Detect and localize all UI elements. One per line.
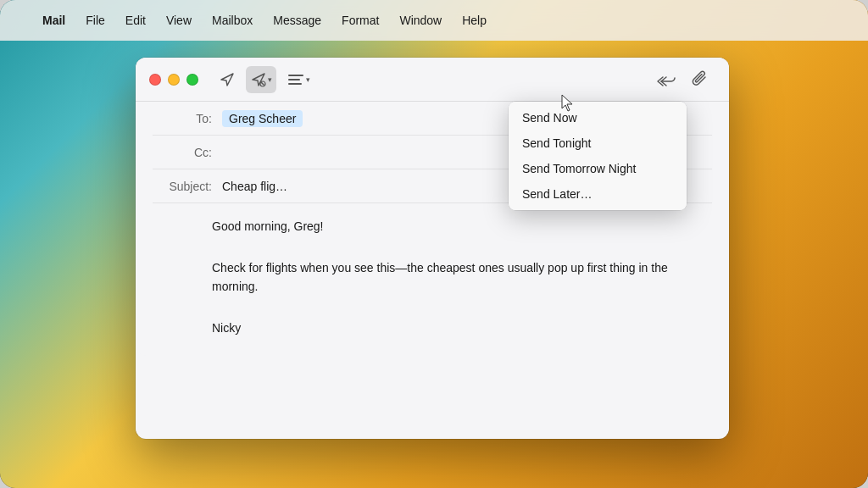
- cc-label: Cc:: [153, 146, 212, 159]
- compose-body[interactable]: Good morning, Greg! Check for flights wh…: [136, 203, 729, 356]
- reply-all-icon: [656, 71, 676, 88]
- send-later-icon: [250, 71, 267, 88]
- menubar-edit[interactable]: Edit: [117, 10, 154, 30]
- menubar-file[interactable]: File: [77, 10, 114, 30]
- body-line-1: Good morning, Greg!: [212, 217, 712, 236]
- apple-menu[interactable]: [14, 17, 31, 24]
- menubar-app-name[interactable]: Mail: [34, 10, 74, 30]
- toolbar-right: [651, 66, 715, 93]
- send-later-item[interactable]: Send Later…: [509, 181, 687, 207]
- body-line-5: Nicky: [212, 319, 712, 337]
- send-button[interactable]: [212, 66, 242, 93]
- recipient-chip[interactable]: Greg Scheer: [222, 110, 303, 127]
- menubar-message[interactable]: Message: [264, 10, 330, 30]
- to-label: To:: [153, 112, 212, 125]
- menubar-help[interactable]: Help: [453, 10, 495, 30]
- body-line-2: [212, 237, 712, 256]
- menubar-window[interactable]: Window: [391, 10, 450, 30]
- send-later-dropdown: Send Now Send Tonight Send Tomorrow Nigh…: [509, 102, 687, 210]
- menubar-format[interactable]: Format: [333, 10, 387, 30]
- menubar: Mail File Edit View Mailbox Message Form…: [0, 0, 868, 41]
- svg-rect-3: [288, 83, 302, 85]
- traffic-lights: [149, 74, 198, 86]
- format-button[interactable]: ▾: [283, 66, 314, 93]
- subject-label: Subject:: [153, 180, 212, 193]
- menubar-mailbox[interactable]: Mailbox: [203, 10, 261, 30]
- close-button[interactable]: [149, 74, 161, 86]
- body-line-4: [212, 298, 712, 317]
- send-icon: [219, 71, 236, 88]
- compose-window: ▾ ▾: [136, 58, 729, 439]
- minimize-button[interactable]: [168, 74, 180, 86]
- send-now-item[interactable]: Send Now: [509, 105, 687, 130]
- send-tonight-item[interactable]: Send Tonight: [509, 130, 687, 156]
- menubar-view[interactable]: View: [158, 10, 200, 30]
- window-toolbar: ▾ ▾: [136, 58, 729, 102]
- maximize-button[interactable]: [186, 74, 198, 86]
- screen-bezel: Mail File Edit View Mailbox Message Form…: [0, 0, 868, 488]
- svg-rect-1: [288, 75, 303, 76]
- svg-rect-2: [288, 79, 300, 80]
- reply-all-button[interactable]: [651, 66, 682, 93]
- format-icon: [287, 72, 305, 87]
- body-line-3: Check for flights when you see this—the …: [212, 258, 712, 297]
- attach-button[interactable]: [685, 66, 715, 93]
- attach-icon: [692, 70, 709, 89]
- chevron-down-icon: ▾: [268, 75, 272, 84]
- send-later-button[interactable]: ▾: [246, 66, 276, 93]
- send-tomorrow-night-item[interactable]: Send Tomorrow Night: [509, 156, 687, 181]
- format-chevron-icon: ▾: [306, 75, 310, 84]
